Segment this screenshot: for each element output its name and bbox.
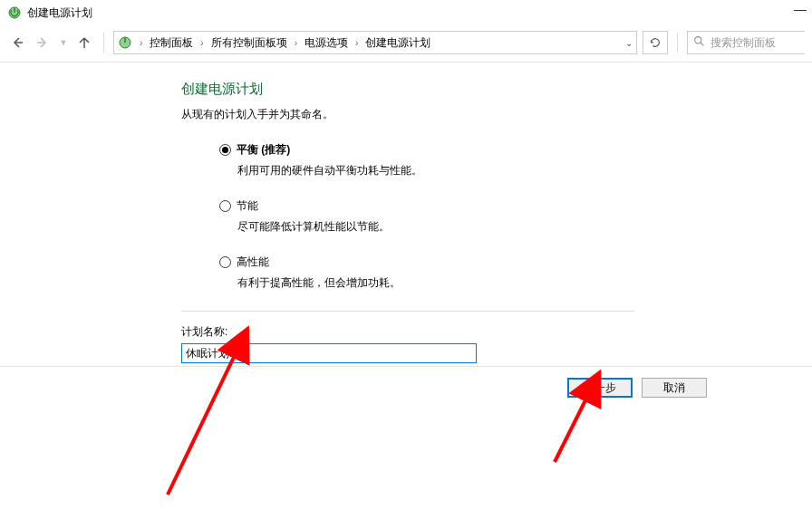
page-title: 创建电源计划 xyxy=(181,81,652,98)
breadcrumb-item[interactable]: 控制面板 xyxy=(148,34,195,53)
divider xyxy=(677,33,678,53)
option-desc: 利用可用的硬件自动平衡功耗与性能。 xyxy=(237,163,652,178)
back-button[interactable] xyxy=(7,33,27,53)
option-label: 节能 xyxy=(237,198,258,214)
svg-point-2 xyxy=(695,37,701,43)
breadcrumb-item[interactable]: 所有控制面板项 xyxy=(209,34,289,53)
radio-powersaver[interactable] xyxy=(219,200,231,212)
option-label: 平衡 (推荐) xyxy=(237,142,290,158)
breadcrumb[interactable]: › 控制面板 › 所有控制面板项 › 电源选项 › 创建电源计划 ⌄ xyxy=(113,31,637,54)
chevron-right-icon: › xyxy=(352,38,362,48)
navbar: ▼ › 控制面板 › 所有控制面板项 › 电源选项 › 创建电源计划 ⌄ xyxy=(0,25,812,60)
main-content: 创建电源计划 从现有的计划入手并为其命名。 平衡 (推荐) 利用可用的硬件自动平… xyxy=(0,63,652,363)
window-title: 创建电源计划 xyxy=(27,5,92,21)
radio-highperf[interactable] xyxy=(219,256,231,268)
chevron-right-icon: › xyxy=(197,38,207,48)
option-powersaver[interactable]: 节能 尽可能降低计算机性能以节能。 xyxy=(219,198,652,235)
power-plan-icon xyxy=(118,35,132,50)
minimize-button[interactable]: — xyxy=(794,2,807,16)
option-label: 高性能 xyxy=(237,255,269,270)
next-button[interactable]: 下一步 xyxy=(567,378,633,398)
footer: 下一步 取消 xyxy=(0,366,812,409)
refresh-button[interactable] xyxy=(643,31,668,54)
titlebar: 创建电源计划 — xyxy=(0,0,812,25)
power-plan-icon xyxy=(7,5,22,20)
search-input[interactable] xyxy=(710,36,783,49)
option-highperf[interactable]: 高性能 有利于提高性能，但会增加功耗。 xyxy=(219,255,652,291)
window-controls: — xyxy=(794,2,807,16)
cancel-button[interactable]: 取消 xyxy=(642,378,707,398)
up-button[interactable] xyxy=(74,33,94,53)
chevron-right-icon: › xyxy=(136,38,146,48)
recent-dropdown-icon[interactable]: ▼ xyxy=(58,33,69,53)
forward-button[interactable] xyxy=(33,33,53,53)
breadcrumb-item[interactable]: 电源选项 xyxy=(303,34,350,53)
chevron-down-icon[interactable]: ⌄ xyxy=(625,38,633,48)
search-box[interactable] xyxy=(687,31,805,54)
page-subtitle: 从现有的计划入手并为其命名。 xyxy=(181,107,652,122)
breadcrumb-item[interactable]: 创建电源计划 xyxy=(363,34,432,53)
chevron-right-icon: › xyxy=(291,38,301,48)
search-icon xyxy=(693,35,705,50)
option-balanced[interactable]: 平衡 (推荐) 利用可用的硬件自动平衡功耗与性能。 xyxy=(219,142,652,178)
option-desc: 有利于提高性能，但会增加功耗。 xyxy=(237,275,652,291)
option-desc: 尽可能降低计算机性能以节能。 xyxy=(237,219,652,235)
plan-name-label: 计划名称: xyxy=(181,324,652,340)
radio-balanced[interactable] xyxy=(219,144,231,156)
divider xyxy=(181,311,634,312)
plan-name-input[interactable] xyxy=(181,343,477,363)
divider xyxy=(103,33,104,53)
